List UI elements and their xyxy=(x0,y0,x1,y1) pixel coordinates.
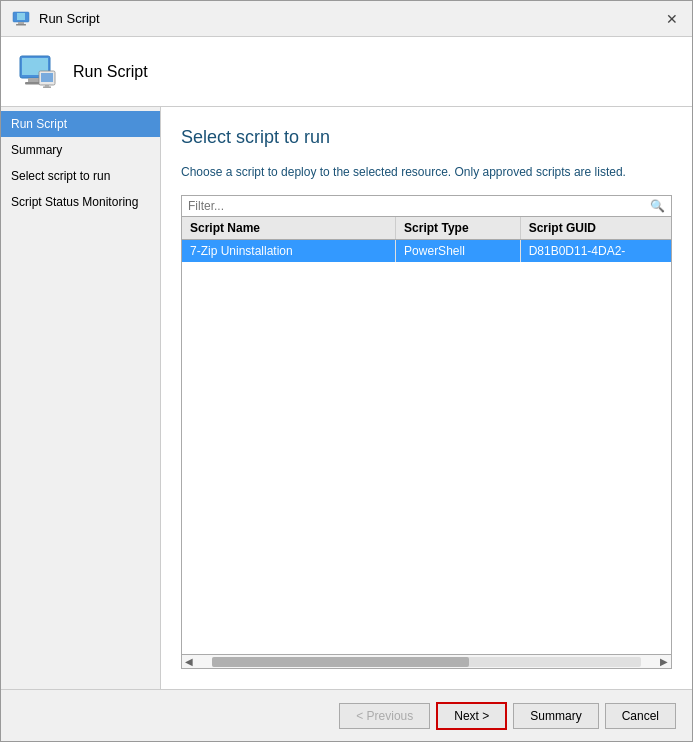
window-title: Run Script xyxy=(39,11,100,26)
header-band: Run Script xyxy=(1,37,692,107)
filter-row: 🔍 xyxy=(181,195,672,217)
title-bar: Run Script ✕ xyxy=(1,1,692,37)
header-icon xyxy=(17,51,59,93)
col-header-script-guid: Script GUID xyxy=(521,217,671,239)
next-button[interactable]: Next > xyxy=(436,702,507,730)
footer: < Previous Next > Summary Cancel xyxy=(1,689,692,741)
sidebar: Run Script Summary Select script to run … xyxy=(1,107,161,689)
summary-button[interactable]: Summary xyxy=(513,703,598,729)
table-header: Script Name Script Type Script GUID xyxy=(182,217,671,240)
search-icon: 🔍 xyxy=(650,199,665,213)
description-plain: Choose a script to deploy to the selecte… xyxy=(181,165,451,179)
svg-rect-1 xyxy=(17,13,25,20)
previous-button[interactable]: < Previous xyxy=(339,703,430,729)
filter-input[interactable] xyxy=(188,199,650,213)
table-body: 7-Zip Uninstallation PowerShell D81B0D11… xyxy=(182,240,671,654)
content-area: Run Script Summary Select script to run … xyxy=(1,107,692,689)
scroll-right-arrow[interactable]: ▶ xyxy=(657,656,671,667)
svg-rect-6 xyxy=(28,78,40,82)
svg-rect-3 xyxy=(16,24,26,26)
svg-rect-10 xyxy=(45,85,49,87)
svg-rect-9 xyxy=(41,73,53,82)
cell-script-name: 7-Zip Uninstallation xyxy=(182,240,396,262)
sidebar-item-select-script[interactable]: Select script to run xyxy=(1,163,160,189)
cell-script-guid: D81B0D11-4DA2- xyxy=(521,240,671,262)
table-row[interactable]: 7-Zip Uninstallation PowerShell D81B0D11… xyxy=(182,240,671,262)
main-window: Run Script ✕ Run Script Run Script Summa… xyxy=(0,0,693,742)
scrollbar-thumb xyxy=(212,657,469,667)
description-text: Choose a script to deploy to the selecte… xyxy=(181,164,672,181)
svg-rect-11 xyxy=(43,86,51,87)
sidebar-item-script-status[interactable]: Script Status Monitoring xyxy=(1,189,160,215)
close-button[interactable]: ✕ xyxy=(662,9,682,29)
svg-rect-2 xyxy=(18,22,24,24)
description-highlight: Only approved scripts are listed. xyxy=(455,165,626,179)
sidebar-item-run-script[interactable]: Run Script xyxy=(1,111,160,137)
header-title: Run Script xyxy=(73,63,148,81)
col-header-script-name: Script Name xyxy=(182,217,396,239)
main-panel: Select script to run Choose a script to … xyxy=(161,107,692,689)
page-title: Select script to run xyxy=(181,127,672,148)
cell-script-type: PowerShell xyxy=(396,240,521,262)
cancel-button[interactable]: Cancel xyxy=(605,703,676,729)
horizontal-scrollbar[interactable]: ◀ ▶ xyxy=(182,654,671,668)
script-table: Script Name Script Type Script GUID 7-Zi… xyxy=(181,217,672,669)
titlebar-icon xyxy=(11,9,31,29)
col-header-script-type: Script Type xyxy=(396,217,521,239)
scrollbar-track xyxy=(212,657,641,667)
scroll-left-arrow[interactable]: ◀ xyxy=(182,656,196,667)
sidebar-item-summary[interactable]: Summary xyxy=(1,137,160,163)
title-bar-left: Run Script xyxy=(11,9,100,29)
